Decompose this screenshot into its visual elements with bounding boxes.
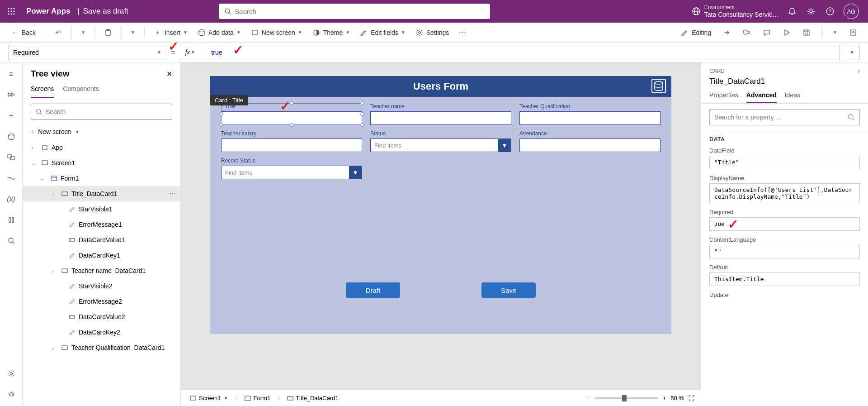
breadcrumb-screen1[interactable]: Screen1▼ (187, 394, 231, 402)
preview-button[interactable] (780, 27, 793, 38)
tab-properties[interactable]: Properties (709, 90, 738, 103)
prop-contentlang-value[interactable]: "" (709, 245, 860, 258)
new-screen-button[interactable]: New screen ▼ (248, 27, 305, 38)
tree-item-screen1[interactable]: ⌄Screen1 (23, 155, 180, 171)
rail-variables-icon[interactable]: (x) (6, 194, 17, 205)
environment-picker[interactable]: Environment Tata Consultancy Servic… (692, 4, 778, 18)
checker-button[interactable] (740, 27, 754, 38)
rail-tools-icon[interactable] (6, 215, 17, 225)
property-search[interactable]: Search for a property … (709, 109, 860, 125)
input-attendance[interactable] (519, 139, 660, 152)
share-button[interactable] (720, 27, 734, 38)
formula-input[interactable]: true ✓ (206, 45, 840, 60)
prop-datafield-value[interactable]: "Title" (709, 156, 860, 169)
prop-default-value[interactable]: ThisItem.Title (709, 272, 860, 286)
property-selector[interactable]: Required ▼ ✓ (8, 45, 166, 60)
card-status[interactable]: Status Find items▼ (370, 130, 511, 152)
comments-button[interactable] (760, 27, 774, 38)
tree-item-app[interactable]: ›App (23, 140, 180, 155)
fit-to-window-icon[interactable]: ⛶ (689, 395, 694, 401)
new-screen-link[interactable]: + New screen ▼ (23, 125, 180, 138)
card-title[interactable]: *Title ✓ (221, 103, 362, 125)
save-form-button[interactable]: Save (481, 282, 536, 298)
zoom-out[interactable]: − (587, 395, 590, 401)
prop-displayname-value[interactable]: DataSourceInfo([@'Users List'],DataSourc… (709, 183, 860, 203)
publish-button[interactable] (846, 27, 860, 38)
expand-props-icon[interactable]: › (858, 67, 860, 75)
fx-label[interactable]: fx▼ (179, 45, 201, 60)
tree-item-teachernamecard[interactable]: ⌄Teacher name_DataCard1 (23, 263, 180, 278)
zoom-in[interactable]: + (663, 395, 666, 401)
rail-data-icon[interactable] (6, 131, 17, 142)
more-commands[interactable]: ⋯ (456, 27, 468, 38)
close-tree-icon[interactable]: ✕ (166, 70, 172, 78)
select-record-status[interactable]: Find items▼ (221, 166, 362, 179)
settings-icon[interactable] (806, 6, 816, 17)
tab-advanced[interactable]: Advanced (746, 90, 777, 103)
breadcrumb-form1[interactable]: Form1 (242, 394, 274, 402)
prop-required-value[interactable]: true ✓ (709, 217, 860, 231)
global-search-input[interactable] (235, 8, 485, 15)
waffle-icon[interactable] (0, 7, 23, 15)
card-teacher-salary[interactable]: Teacher salary (221, 130, 362, 152)
rail-search-icon[interactable] (6, 235, 17, 246)
tree-item-errormessage2[interactable]: ErrorMessage2 (23, 294, 180, 309)
draft-button[interactable]: Draft (346, 282, 400, 298)
tree-item-datacardkey2[interactable]: DataCardKey2 (23, 325, 180, 340)
add-data-button[interactable]: Add data ▼ (195, 27, 244, 38)
tab-components[interactable]: Components (63, 82, 99, 98)
rail-tree-icon[interactable] (6, 90, 17, 100)
tree-item-form1[interactable]: ⌄Form1 (23, 171, 180, 186)
theme-button[interactable]: Theme ▼ (310, 27, 353, 38)
card-attendance[interactable]: Attendance (519, 130, 660, 152)
tree-item-datacardvalue2[interactable]: DataCardValue2 (23, 309, 180, 325)
input-teacher-salary[interactable] (221, 139, 362, 152)
global-search[interactable] (219, 4, 490, 19)
tree-item-teacherqualcard[interactable]: ⌄Teacher Qualification_DataCard1 (23, 340, 180, 355)
undo-dropdown[interactable]: ▼ (78, 28, 88, 37)
zoom-slider[interactable] (595, 397, 658, 399)
rail-settings-icon[interactable] (6, 368, 17, 379)
editing-mode[interactable]: Editing (678, 27, 714, 38)
insert-button[interactable]: + Insert ▼ (151, 27, 190, 38)
formula-expand[interactable]: ▼ (844, 45, 860, 60)
tree-search-input[interactable] (46, 108, 167, 115)
edit-fields-button[interactable]: Edit fields ▼ (357, 27, 408, 38)
rail-media-icon[interactable] (6, 152, 17, 163)
tree-item-datacardvalue1[interactable]: DataCardValue1 (23, 232, 180, 248)
rail-insert-icon[interactable]: + (6, 110, 17, 121)
save-dropdown[interactable]: ▼ (830, 28, 840, 37)
rail-flows-icon[interactable] (6, 173, 17, 184)
database-icon[interactable] (651, 79, 666, 93)
card-record-status[interactable]: Record Status Find items▼ (221, 158, 362, 179)
paste-button[interactable] (101, 27, 115, 38)
user-avatar[interactable]: AG (844, 4, 859, 19)
input-title[interactable] (221, 111, 362, 125)
paste-dropdown[interactable]: ▼ (128, 28, 138, 37)
help-icon[interactable]: ? (825, 6, 835, 17)
item-menu-icon[interactable]: ⋯ (170, 190, 176, 197)
app-canvas[interactable]: Card : Title Users Form *Title ✓ (210, 76, 671, 334)
tree-item-titlecard[interactable]: ⌄Title_DataCard1⋯ (23, 186, 180, 201)
card-teacher-qual[interactable]: Teacher Qualification (519, 103, 660, 125)
tree-item-errormessage1[interactable]: ErrorMessage1 (23, 217, 180, 232)
tree-item-starvisible2[interactable]: StarVisible2 (23, 278, 180, 294)
settings-button[interactable]: Settings (413, 27, 452, 38)
select-status[interactable]: Find items▼ (370, 139, 511, 152)
tab-ideas[interactable]: Ideas (785, 90, 800, 103)
tree-item-starvisible1[interactable]: StarVisible1 (23, 201, 180, 217)
card-teacher-name[interactable]: Teacher name (370, 103, 511, 125)
input-teacher-qual[interactable] (519, 111, 660, 125)
tree-search[interactable] (31, 104, 172, 120)
breadcrumb-titlecard[interactable]: Title_DataCard1 (284, 394, 341, 402)
save-button[interactable] (800, 27, 813, 38)
notifications-icon[interactable] (787, 6, 797, 17)
rail-hamburger-icon[interactable]: ≡ (6, 69, 17, 80)
rail-virtual-agent-icon[interactable] (6, 389, 17, 400)
input-teacher-name[interactable] (370, 111, 511, 125)
app-title[interactable]: Power Apps (23, 7, 74, 16)
undo-button[interactable]: ↶ (52, 27, 65, 38)
tree-item-datacardkey1[interactable]: DataCardKey1 (23, 248, 180, 263)
tab-screens[interactable]: Screens (31, 82, 54, 98)
back-button[interactable]: ← Back (8, 27, 38, 38)
